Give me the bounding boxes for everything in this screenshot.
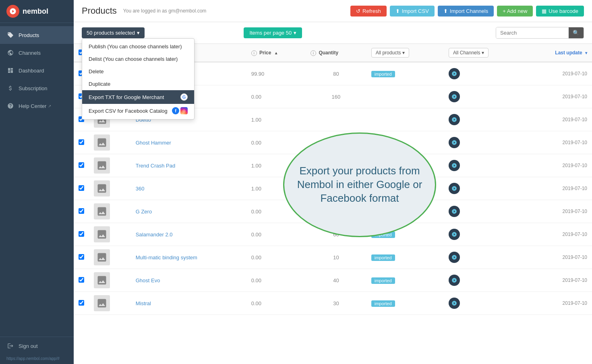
all-products-filter[interactable]: All products ▾ [371, 48, 410, 58]
sidebar-item-dashboard[interactable]: Dashboard [0, 62, 74, 79]
import-channels-button[interactable]: ⬆ Import Channels [438, 6, 494, 17]
product-last-update: 2019-07-10 [524, 62, 592, 85]
search-button[interactable]: 🔍 [569, 27, 584, 38]
status-badge: imported [371, 277, 395, 284]
th-last-update[interactable]: Last update ▾ [524, 44, 592, 62]
product-quantity: 10 [306, 246, 366, 269]
product-last-update: 2019-07-10 [524, 269, 592, 292]
row-checkbox[interactable] [79, 162, 84, 168]
channels-filter-arrow-icon: ▾ [482, 50, 484, 56]
row-checkbox[interactable] [79, 208, 84, 214]
logo-container: nembol [0, 0, 74, 23]
product-name-link[interactable]: Trend Crash Pad [136, 163, 176, 169]
page-header: Products You are logged in as gm@nembol.… [74, 0, 592, 22]
user-info: You are logged in as gm@nembol.com [123, 8, 350, 14]
sidebar-item-products[interactable]: Products [0, 26, 74, 44]
product-channels [444, 223, 524, 246]
all-channels-filter[interactable]: All Channels ▾ [449, 48, 489, 58]
channel-icon [449, 275, 460, 286]
product-name-link[interactable]: G Zero [136, 209, 152, 215]
toolbar: 50 products selected ▾ Publish (You can … [74, 22, 592, 44]
add-new-button[interactable]: + Add new [497, 6, 533, 17]
tooltip-text: Export your products from Nembol in eith… [284, 156, 435, 213]
row-checkbox[interactable] [79, 231, 84, 237]
product-thumbnail [94, 272, 110, 288]
product-status [366, 85, 444, 108]
search-input[interactable] [496, 27, 569, 38]
product-name-link[interactable]: Ghost Evo [136, 277, 160, 283]
sidebar-products-label: Products [19, 32, 39, 38]
product-thumbnail [94, 226, 110, 242]
sign-out-button[interactable]: Sign out [6, 342, 67, 350]
product-channels [444, 85, 524, 108]
quantity-info-icon: i [310, 50, 316, 56]
product-name-link[interactable]: Ghost Hammer [136, 140, 171, 146]
product-last-update: 2019-07-10 [524, 246, 592, 269]
dropdown-item-publish[interactable]: Publish (You can choose channels later) [82, 40, 194, 53]
product-channels [444, 177, 524, 200]
price-sort-icon: ▲ [274, 51, 278, 55]
th-price[interactable]: i Price ▲ [246, 44, 306, 62]
product-name-link[interactable]: Mistral [136, 300, 151, 306]
sidebar-item-subscription[interactable]: Subscription [0, 79, 74, 97]
items-per-page-label: Items per page 50 [249, 30, 292, 36]
selected-products-button[interactable]: 50 products selected ▾ [82, 27, 145, 38]
sidebar-item-channels[interactable]: Channels [0, 44, 74, 62]
table-row: Multi-matic binding system0.0010imported… [74, 246, 592, 269]
dropdown-item-delete[interactable]: Delete [82, 65, 194, 78]
th-status: All products ▾ [366, 44, 444, 62]
table-row: Ghost Evo0.0040imported2019-07-10 [74, 269, 592, 292]
channel-icon [449, 68, 460, 79]
product-last-update: 2019-07-10 [524, 85, 592, 108]
row-checkbox[interactable] [79, 254, 84, 260]
product-price: 0.00 [246, 131, 306, 154]
channels-icon [6, 49, 14, 57]
dropdown-item-export-facebook[interactable]: Export CSV for Facebook Catalog f ◎ [82, 104, 194, 118]
dashboard-icon [6, 66, 14, 74]
product-last-update: 2019-07-10 [524, 292, 592, 315]
product-channels [444, 154, 524, 177]
use-barcode-button[interactable]: ▦ Use barcode [536, 6, 584, 17]
sidebar-item-help-center[interactable]: Help Center ↗ [0, 97, 74, 115]
search-icon: 🔍 [573, 30, 580, 36]
channel-icon [449, 183, 460, 194]
row-checkbox[interactable] [79, 139, 84, 145]
status-badge: imported [371, 254, 395, 261]
product-quantity [306, 108, 366, 131]
main-content: Products You are logged in as gm@nembol.… [74, 0, 592, 364]
product-price: 99.90 [246, 62, 306, 85]
row-checkbox[interactable] [79, 185, 84, 191]
dropdown-item-delist[interactable]: Delist (You can choose channels later) [82, 53, 194, 65]
dropdown-caret-icon: ▾ [294, 30, 296, 36]
product-last-update: 2019-07-10 [524, 200, 592, 223]
sidebar: nembol Products Channels Dashboard [0, 0, 74, 364]
dropdown-arrow-icon: ▾ [137, 30, 140, 36]
product-last-update: 2019-07-10 [524, 177, 592, 200]
bulk-actions-menu: Publish (You can choose channels later) … [82, 38, 195, 120]
product-name-link[interactable]: Salamander 2.0 [136, 232, 173, 238]
dropdown-item-duplicate[interactable]: Duplicate [82, 78, 194, 90]
product-thumbnail [94, 134, 110, 151]
upload-icon: ⬆ [395, 8, 400, 14]
product-thumbnail [94, 203, 110, 219]
product-name-link[interactable]: 360 [136, 186, 145, 192]
dropdown-item-export-google[interactable]: Export TXT for Google Merchant G [82, 90, 194, 104]
row-checkbox[interactable] [79, 300, 84, 306]
product-thumbnail [94, 249, 110, 265]
header-actions: ↺ Refresh ⬆ Import CSV ⬆ Import Channels… [350, 6, 584, 17]
row-checkbox[interactable] [79, 277, 84, 283]
product-name-link[interactable]: Multi-matic binding system [136, 254, 197, 261]
sign-out-label: Sign out [19, 343, 38, 349]
product-quantity: 30 [306, 292, 366, 315]
import-csv-button[interactable]: ⬆ Import CSV [390, 6, 435, 17]
channel-icon [449, 298, 460, 309]
channel-icon [449, 114, 460, 125]
refresh-button[interactable]: ↺ Refresh [350, 6, 387, 17]
refresh-icon: ↺ [356, 8, 360, 14]
facebook-icon: f [172, 107, 179, 114]
product-status: imported [366, 62, 444, 85]
product-thumbnail [94, 157, 110, 174]
date-sort-icon: ▾ [585, 51, 587, 55]
items-per-page-button[interactable]: Items per page 50 ▾ [244, 27, 302, 38]
external-icon: ↗ [48, 104, 51, 108]
